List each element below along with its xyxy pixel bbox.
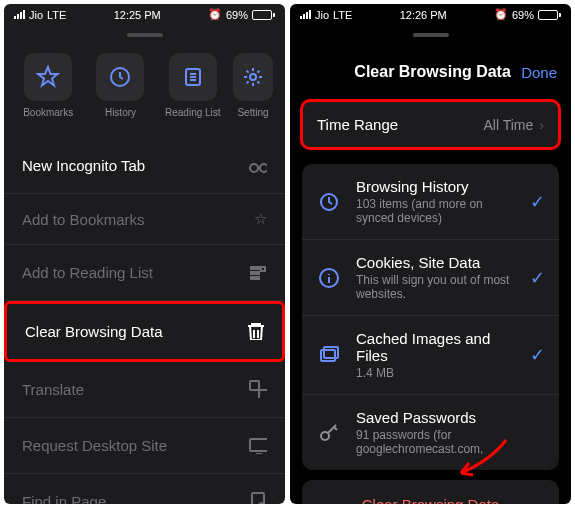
svg-point-2 bbox=[250, 74, 256, 80]
menu-add-bookmarks[interactable]: Add to Bookmarks ☆ bbox=[4, 194, 285, 245]
menu-label: Request Desktop Site bbox=[22, 437, 167, 454]
tool-label: Reading List bbox=[165, 107, 221, 118]
battery-icon bbox=[538, 10, 561, 20]
history-icon bbox=[316, 191, 342, 213]
time-range-row[interactable]: Time Range All Time › bbox=[303, 102, 558, 147]
drag-handle[interactable] bbox=[127, 33, 163, 37]
check-icon: ✓ bbox=[530, 344, 545, 366]
menu-request-desktop[interactable]: Request Desktop Site bbox=[4, 418, 285, 474]
trash-icon bbox=[244, 320, 264, 343]
menu-label: Clear Browsing Data bbox=[25, 323, 163, 340]
list-icon bbox=[181, 65, 205, 89]
clock-icon bbox=[108, 65, 132, 89]
menu-new-incognito[interactable]: New Incognito Tab bbox=[4, 138, 285, 194]
svg-rect-8 bbox=[261, 267, 265, 271]
drag-handle[interactable] bbox=[413, 33, 449, 37]
tool-label: Bookmarks bbox=[23, 107, 73, 118]
item-browsing-history[interactable]: Browsing History 103 items (and more on … bbox=[302, 164, 559, 240]
alarm-icon: ⏰ bbox=[208, 8, 222, 21]
check-icon: ✓ bbox=[530, 267, 545, 289]
svg-rect-7 bbox=[251, 277, 259, 279]
clear-browsing-data-button[interactable]: Clear Browsing Data bbox=[302, 480, 559, 504]
star-icon: ☆ bbox=[254, 210, 267, 228]
item-cookies[interactable]: Cookies, Site Data This will sign you ou… bbox=[302, 240, 559, 316]
svg-point-4 bbox=[260, 164, 267, 172]
time-range-section: Time Range All Time › bbox=[300, 99, 561, 150]
info-icon bbox=[316, 267, 342, 289]
item-title: Browsing History bbox=[356, 178, 516, 195]
menu: New Incognito Tab Add to Bookmarks ☆ Add… bbox=[4, 138, 285, 504]
status-time: 12:26 PM bbox=[400, 9, 447, 21]
star-icon bbox=[36, 65, 60, 89]
battery-icon bbox=[252, 10, 275, 20]
menu-find-in-page[interactable]: Find in Page... bbox=[4, 474, 285, 504]
item-title: Saved Passwords bbox=[356, 409, 545, 426]
left-screenshot: Jio LTE 12:25 PM ⏰ 69% Bookmarks History… bbox=[4, 4, 285, 504]
item-title: Cached Images and Files bbox=[356, 330, 516, 364]
status-bar: Jio LTE 12:25 PM ⏰ 69% bbox=[4, 4, 285, 25]
menu-label: Translate bbox=[22, 381, 84, 398]
check-icon: ✓ bbox=[530, 191, 545, 213]
menu-clear-browsing-data[interactable]: Clear Browsing Data bbox=[4, 301, 285, 362]
svg-rect-11 bbox=[250, 439, 267, 451]
done-button[interactable]: Done bbox=[521, 64, 557, 81]
desktop-icon bbox=[247, 434, 267, 457]
menu-label: Find in Page... bbox=[22, 493, 119, 504]
modal-header: Clear Browsing Data Done bbox=[290, 45, 571, 99]
item-sub: 103 items (and more on synced devices) bbox=[356, 197, 516, 225]
menu-label: Add to Reading List bbox=[22, 264, 153, 281]
item-passwords[interactable]: Saved Passwords 91 passwords (for google… bbox=[302, 395, 559, 470]
svg-point-3 bbox=[250, 164, 258, 172]
menu-translate[interactable]: Translate bbox=[4, 362, 285, 418]
battery-pct: 69% bbox=[226, 9, 248, 21]
tool-history[interactable]: History bbox=[88, 53, 152, 118]
network: LTE bbox=[47, 9, 66, 21]
toolbar: Bookmarks History Reading List Setting bbox=[4, 45, 285, 126]
reading-list-icon bbox=[247, 261, 267, 284]
data-types-section: Browsing History 103 items (and more on … bbox=[302, 164, 559, 470]
network: LTE bbox=[333, 9, 352, 21]
key-icon bbox=[316, 422, 342, 444]
signal-icon bbox=[14, 10, 25, 19]
alarm-icon: ⏰ bbox=[494, 8, 508, 21]
svg-rect-6 bbox=[251, 272, 259, 274]
svg-rect-5 bbox=[251, 267, 259, 269]
svg-rect-9 bbox=[250, 381, 259, 390]
page-title: Clear Browsing Data bbox=[344, 63, 521, 81]
time-range-value: All Time bbox=[484, 117, 534, 133]
tool-label: Setting bbox=[237, 107, 268, 118]
svg-point-19 bbox=[321, 432, 329, 440]
menu-label: Add to Bookmarks bbox=[22, 211, 145, 228]
images-icon bbox=[316, 344, 342, 366]
tool-reading-list[interactable]: Reading List bbox=[161, 53, 225, 118]
svg-point-13 bbox=[259, 503, 265, 504]
chevron-right-icon: › bbox=[539, 117, 544, 133]
item-cached[interactable]: Cached Images and Files 1.4 MB ✓ bbox=[302, 316, 559, 395]
carrier: Jio bbox=[315, 9, 329, 21]
menu-add-reading-list[interactable]: Add to Reading List bbox=[4, 245, 285, 301]
item-title: Cookies, Site Data bbox=[356, 254, 516, 271]
gear-icon bbox=[241, 65, 265, 89]
status-bar: Jio LTE 12:26 PM ⏰ 69% bbox=[290, 4, 571, 25]
item-sub: 91 passwords (for googlechromecast.com, bbox=[356, 428, 545, 456]
svg-rect-10 bbox=[259, 390, 267, 398]
tool-bookmarks[interactable]: Bookmarks bbox=[16, 53, 80, 118]
carrier: Jio bbox=[29, 9, 43, 21]
tool-label: History bbox=[105, 107, 136, 118]
right-screenshot: Jio LTE 12:26 PM ⏰ 69% Clear Browsing Da… bbox=[290, 4, 571, 504]
item-sub: This will sign you out of most websites. bbox=[356, 273, 516, 301]
battery-pct: 69% bbox=[512, 9, 534, 21]
incognito-icon bbox=[247, 154, 267, 177]
find-icon bbox=[247, 490, 267, 504]
menu-label: New Incognito Tab bbox=[22, 157, 145, 174]
translate-icon bbox=[247, 378, 267, 401]
item-sub: 1.4 MB bbox=[356, 366, 516, 380]
tool-settings[interactable]: Setting bbox=[233, 53, 273, 118]
time-range-label: Time Range bbox=[317, 116, 398, 133]
status-time: 12:25 PM bbox=[114, 9, 161, 21]
signal-icon bbox=[300, 10, 311, 19]
